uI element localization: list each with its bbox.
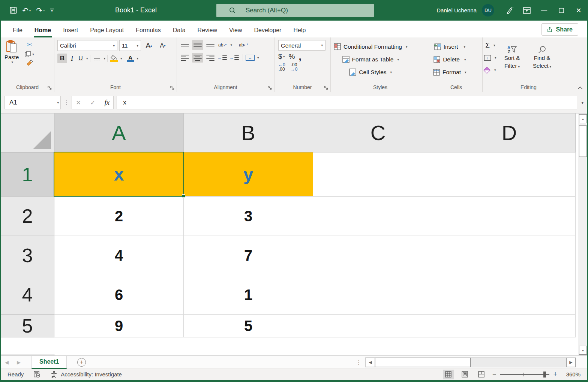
- horizontal-scrollbar-thumb[interactable]: [375, 358, 471, 367]
- name-box[interactable]: A1 ▾: [4, 96, 61, 109]
- column-header-d[interactable]: D: [443, 113, 576, 152]
- row-header-3[interactable]: 3: [1, 236, 54, 275]
- tab-help[interactable]: Help: [287, 27, 312, 37]
- cell-A4[interactable]: 6: [54, 275, 184, 315]
- search-box[interactable]: Search (Alt+Q): [216, 4, 374, 17]
- delete-dropdown-icon[interactable]: ▾: [464, 58, 466, 61]
- find-select-dropdown-icon[interactable]: ▾: [550, 65, 552, 69]
- zoom-in-button[interactable]: +: [553, 370, 557, 378]
- fill-button[interactable]: ↓▾: [484, 52, 496, 63]
- bottom-align-button[interactable]: [205, 40, 216, 50]
- cell-C1[interactable]: [313, 152, 443, 197]
- tab-developer[interactable]: Developer: [248, 27, 287, 37]
- sort-filter-dropdown-icon[interactable]: ▾: [518, 65, 520, 69]
- zoom-slider-track[interactable]: [500, 374, 549, 375]
- tab-home[interactable]: Home: [28, 27, 57, 37]
- cell-A3[interactable]: 4: [54, 236, 184, 275]
- font-color-dropdown-icon[interactable]: ▾: [137, 57, 139, 60]
- formula-bar-grip[interactable]: ⋮: [64, 99, 69, 106]
- cell-C5[interactable]: [313, 315, 443, 337]
- format-cells-button[interactable]: Format▾: [433, 66, 466, 78]
- percent-style-button[interactable]: %: [289, 52, 295, 61]
- font-name-combo[interactable]: Calibri▾: [57, 40, 117, 51]
- cancel-icon[interactable]: ✕: [76, 99, 81, 107]
- clear-dropdown-icon[interactable]: ▾: [494, 68, 496, 72]
- cell-D3[interactable]: [443, 236, 576, 275]
- delete-cells-button[interactable]: Delete▾: [433, 54, 466, 65]
- redo-button[interactable]: ↷▾: [36, 6, 45, 15]
- add-sheet-button[interactable]: +: [77, 358, 86, 367]
- macro-record-icon[interactable]: [33, 371, 40, 378]
- zoom-slider-thumb[interactable]: [543, 372, 546, 378]
- merge-center-button[interactable]: ↔: [246, 53, 255, 63]
- accounting-format-button[interactable]: $▾: [278, 53, 285, 61]
- orientation-button[interactable]: ab↗: [218, 40, 228, 50]
- cell-styles-dropdown-icon[interactable]: ▾: [390, 70, 392, 74]
- bold-button[interactable]: B: [57, 54, 67, 63]
- align-right-button[interactable]: [205, 53, 216, 63]
- underline-dropdown-icon[interactable]: ▾: [86, 57, 88, 60]
- cell-D1[interactable]: [443, 152, 576, 197]
- font-size-combo[interactable]: 11▾: [119, 40, 141, 51]
- enter-icon[interactable]: ✓: [90, 99, 95, 107]
- borders-dropdown-icon[interactable]: ▾: [104, 57, 106, 60]
- cell-B1[interactable]: y: [184, 152, 313, 197]
- autosum-dropdown-icon[interactable]: ▾: [494, 43, 495, 47]
- decrease-indent-button[interactable]: ←: [218, 53, 228, 63]
- top-align-button[interactable]: [179, 40, 190, 50]
- copy-dropdown-icon[interactable]: ▾: [32, 52, 34, 56]
- number-format-combo[interactable]: General▾: [278, 40, 326, 51]
- font-dialog-launcher-icon[interactable]: [170, 86, 174, 90]
- scroll-left-icon[interactable]: ◀: [366, 358, 375, 367]
- italic-button[interactable]: I: [68, 54, 76, 63]
- tab-page-layout[interactable]: Page Layout: [84, 27, 130, 37]
- customize-quick-access-icon[interactable]: ▾: [50, 9, 54, 12]
- column-header-c[interactable]: C: [313, 113, 443, 152]
- align-left-button[interactable]: [179, 53, 190, 63]
- minimize-button[interactable]: —: [536, 0, 553, 21]
- cell-styles-button[interactable]: Cell Styles▾: [334, 66, 407, 78]
- zoom-out-button[interactable]: −: [492, 370, 496, 378]
- wrap-text-button[interactable]: ab⮠: [238, 40, 249, 50]
- middle-align-button[interactable]: [192, 40, 203, 50]
- cell-A1[interactable]: x: [54, 152, 184, 197]
- conditional-formatting-button[interactable]: Conditional Formatting▾: [334, 41, 407, 52]
- insert-function-icon[interactable]: fx: [105, 98, 110, 107]
- row-header-2[interactable]: 2: [1, 197, 54, 236]
- sort-filter-button[interactable]: AZ Sort &Filter▾: [498, 40, 526, 75]
- merge-center-dropdown-icon[interactable]: ▾: [257, 56, 259, 60]
- copy-button[interactable]: ▾: [25, 51, 34, 57]
- cell-B4[interactable]: 1: [184, 275, 313, 315]
- zoom-level[interactable]: 360%: [562, 371, 580, 378]
- fill-color-dropdown-icon[interactable]: ▾: [120, 57, 122, 60]
- cell-D4[interactable]: [443, 275, 576, 315]
- name-box-dropdown-icon[interactable]: ▾: [57, 101, 59, 104]
- cell-C2[interactable]: [313, 197, 443, 236]
- sheet-tab-sheet1[interactable]: Sheet1: [32, 356, 67, 369]
- save-icon[interactable]: [10, 7, 17, 14]
- vertical-scrollbar-thumb[interactable]: [579, 125, 587, 157]
- insert-cells-button[interactable]: Insert▾: [433, 41, 466, 52]
- alignment-dialog-launcher-icon[interactable]: [268, 86, 272, 90]
- insert-dropdown-icon[interactable]: ▾: [464, 45, 465, 49]
- close-button[interactable]: ✕: [570, 0, 587, 21]
- orientation-dropdown-icon[interactable]: ▾: [230, 43, 232, 47]
- page-break-preview-button[interactable]: [476, 370, 487, 379]
- comma-style-button[interactable]: ,: [298, 55, 301, 58]
- font-color-button[interactable]: A: [126, 54, 135, 63]
- scroll-down-icon[interactable]: ▾: [579, 346, 587, 355]
- cell-A2[interactable]: 2: [54, 197, 184, 236]
- conditional-formatting-dropdown-icon[interactable]: ▾: [406, 45, 408, 49]
- paste-dropdown-icon[interactable]: ▾: [11, 60, 13, 64]
- number-dialog-launcher-icon[interactable]: [324, 86, 328, 90]
- underline-button[interactable]: U: [77, 54, 84, 63]
- find-select-button[interactable]: Find &Select▾: [528, 40, 556, 75]
- pen-sparkle-icon[interactable]: [501, 0, 518, 21]
- tab-review[interactable]: Review: [192, 27, 223, 37]
- row-header-1[interactable]: 1: [1, 152, 54, 197]
- tab-insert[interactable]: Insert: [57, 27, 84, 37]
- next-sheet-icon[interactable]: ▶: [13, 360, 25, 365]
- column-header-a[interactable]: A: [54, 113, 184, 152]
- share-button[interactable]: Share: [542, 23, 578, 36]
- format-as-table-dropdown-icon[interactable]: ▾: [397, 58, 399, 61]
